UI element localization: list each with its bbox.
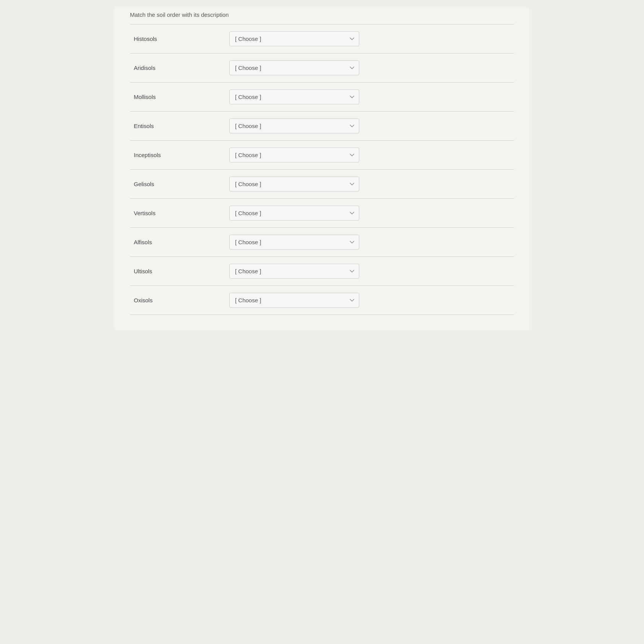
soil-label-histosols: Histosols	[130, 36, 229, 42]
match-row-inceptisols: Inceptisols[ Choose ]Organic soils with …	[130, 140, 514, 169]
soil-label-gelisols: Gelisols	[130, 181, 229, 187]
select-aridisols[interactable]: [ Choose ]Organic soils with thick layer…	[229, 60, 359, 75]
select-wrapper-aridisols: [ Choose ]Organic soils with thick layer…	[229, 60, 514, 75]
select-histosols[interactable]: [ Choose ]Organic soils with thick layer…	[229, 31, 359, 46]
page-title: Match the soil order with its descriptio…	[130, 11, 514, 18]
soil-label-mollisols: Mollisols	[130, 94, 229, 100]
select-entisols[interactable]: [ Choose ]Organic soils with thick layer…	[229, 118, 359, 133]
match-row-gelisols: Gelisols[ Choose ]Organic soils with thi…	[130, 169, 514, 198]
select-ultisols[interactable]: [ Choose ]Organic soils with thick layer…	[229, 264, 359, 279]
select-gelisols[interactable]: [ Choose ]Organic soils with thick layer…	[229, 177, 359, 191]
page-container: Match the soil order with its descriptio…	[115, 8, 529, 330]
soil-label-inceptisols: Inceptisols	[130, 152, 229, 158]
select-wrapper-vertisols: [ Choose ]Organic soils with thick layer…	[229, 206, 514, 221]
soil-label-oxisols: Oxisols	[130, 297, 229, 303]
match-row-alfisols: Alfisols[ Choose ]Organic soils with thi…	[130, 227, 514, 256]
select-mollisols[interactable]: [ Choose ]Organic soils with thick layer…	[229, 89, 359, 104]
soil-label-ultisols: Ultisols	[130, 268, 229, 274]
soil-label-entisols: Entisols	[130, 123, 229, 129]
select-wrapper-inceptisols: [ Choose ]Organic soils with thick layer…	[229, 148, 514, 162]
soil-label-vertisols: Vertisols	[130, 210, 229, 216]
match-row-entisols: Entisols[ Choose ]Organic soils with thi…	[130, 111, 514, 140]
select-wrapper-oxisols: [ Choose ]Organic soils with thick layer…	[229, 293, 514, 308]
select-wrapper-entisols: [ Choose ]Organic soils with thick layer…	[229, 118, 514, 133]
match-row-oxisols: Oxisols[ Choose ]Organic soils with thic…	[130, 286, 514, 315]
soil-label-aridisols: Aridisols	[130, 65, 229, 71]
select-wrapper-gelisols: [ Choose ]Organic soils with thick layer…	[229, 177, 514, 191]
match-row-vertisols: Vertisols[ Choose ]Organic soils with th…	[130, 198, 514, 227]
match-row-aridisols: Aridisols[ Choose ]Organic soils with th…	[130, 53, 514, 82]
select-wrapper-ultisols: [ Choose ]Organic soils with thick layer…	[229, 264, 514, 279]
select-wrapper-histosols: [ Choose ]Organic soils with thick layer…	[229, 31, 514, 46]
select-alfisols[interactable]: [ Choose ]Organic soils with thick layer…	[229, 235, 359, 250]
match-row-mollisols: Mollisols[ Choose ]Organic soils with th…	[130, 82, 514, 111]
select-vertisols[interactable]: [ Choose ]Organic soils with thick layer…	[229, 206, 359, 221]
select-inceptisols[interactable]: [ Choose ]Organic soils with thick layer…	[229, 148, 359, 162]
select-wrapper-mollisols: [ Choose ]Organic soils with thick layer…	[229, 89, 514, 104]
match-table: Histosols[ Choose ]Organic soils with th…	[130, 24, 514, 315]
select-wrapper-alfisols: [ Choose ]Organic soils with thick layer…	[229, 235, 514, 250]
match-row-histosols: Histosols[ Choose ]Organic soils with th…	[130, 24, 514, 53]
match-row-ultisols: Ultisols[ Choose ]Organic soils with thi…	[130, 256, 514, 286]
select-oxisols[interactable]: [ Choose ]Organic soils with thick layer…	[229, 293, 359, 308]
soil-label-alfisols: Alfisols	[130, 239, 229, 245]
